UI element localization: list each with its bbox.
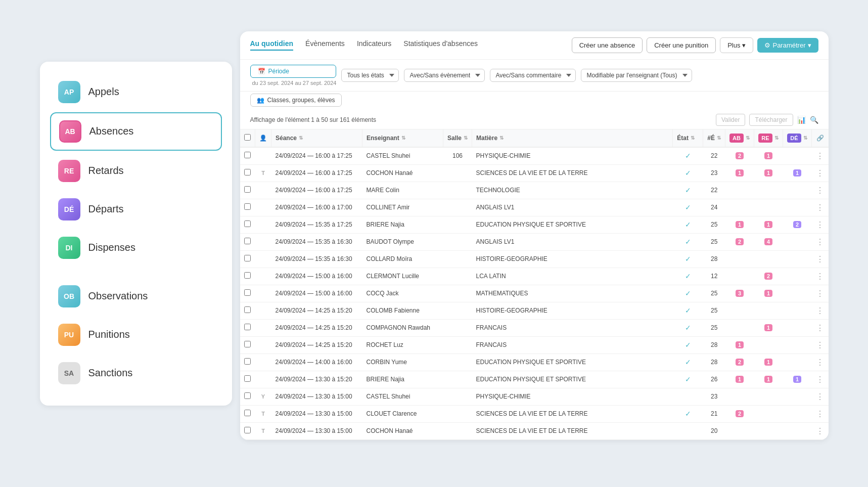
row-checkbox[interactable] <box>244 220 251 227</box>
ab-cell <box>725 422 754 439</box>
select-all-checkbox[interactable] <box>244 134 251 141</box>
row-checkbox[interactable] <box>244 203 251 210</box>
row-menu-button[interactable]: ⋮ <box>816 306 825 315</box>
row-checkbox[interactable] <box>244 169 251 175</box>
sidebar-item-observations[interactable]: OB Observations <box>50 278 222 315</box>
sidebar-item-retards[interactable]: RE Retards <box>50 153 222 189</box>
row-checkbox[interactable] <box>244 306 251 313</box>
row-menu-button[interactable]: ⋮ <box>816 358 825 367</box>
row-menu-cell: ⋮ <box>812 164 829 182</box>
re-value: 4 <box>764 238 772 245</box>
row-menu-button[interactable]: ⋮ <box>816 169 825 178</box>
row-checkbox[interactable] <box>244 255 251 261</box>
sort-arrows-icon: ⇅ <box>401 135 405 141</box>
valider-button[interactable]: Valider <box>716 114 745 126</box>
row-checkbox[interactable] <box>244 238 251 244</box>
row-checkbox[interactable] <box>244 186 251 193</box>
th-enseignant[interactable]: Enseignant ⇅ <box>362 129 443 147</box>
observations-label: Observations <box>88 290 148 302</box>
row-menu-button[interactable]: ⋮ <box>816 427 825 435</box>
row-menu-button[interactable]: ⋮ <box>816 392 825 401</box>
etat-cell: ✓ <box>673 285 703 302</box>
absences-table: 👤 Séance ⇅ Enseignant ⇅ <box>240 129 829 440</box>
table-row: 24/09/2024 — 14:25 à 15:20 COLOMB Fabien… <box>240 302 829 319</box>
row-checkbox[interactable] <box>244 427 251 433</box>
etat-check-icon: ✓ <box>685 203 691 211</box>
row-prefix-cell <box>255 353 271 371</box>
search-icon[interactable]: 🔍 <box>810 116 818 124</box>
parametrer-button[interactable]: ⚙ Paramétrer ▾ <box>757 38 818 53</box>
row-menu-button[interactable]: ⋮ <box>816 220 825 229</box>
th-ab[interactable]: AB ⇅ <box>725 129 754 147</box>
th-seance[interactable]: Séance ⇅ <box>271 129 362 147</box>
sanctions-label: Sanctions <box>88 367 133 379</box>
etat-check-icon: ✓ <box>685 375 691 383</box>
row-checkbox[interactable] <box>244 324 251 330</box>
salle-cell <box>443 233 472 250</box>
enseignant-cell: COLLARD Moïra <box>362 250 443 268</box>
de-cell <box>783 250 812 268</box>
ab-value: 1 <box>736 376 744 383</box>
row-checkbox-cell <box>240 371 255 388</box>
th-salle[interactable]: Salle ⇅ <box>443 129 472 147</box>
th-etat[interactable]: État ⇅ <box>673 129 703 147</box>
create-punition-button[interactable]: Créer une punition <box>647 37 716 53</box>
row-menu-button[interactable]: ⋮ <box>816 203 825 212</box>
row-checkbox[interactable] <box>244 375 251 382</box>
plus-button[interactable]: Plus ▾ <box>720 37 753 53</box>
sidebar-item-sanctions[interactable]: SA Sanctions <box>50 355 222 391</box>
re-cell <box>754 182 783 199</box>
row-menu-button[interactable]: ⋮ <box>816 289 825 298</box>
row-menu-button[interactable]: ⋮ <box>816 341 825 349</box>
row-checkbox[interactable] <box>244 272 251 279</box>
evenement-filter[interactable]: Avec/Sans évènement <box>404 69 485 82</box>
row-checkbox[interactable] <box>244 289 251 296</box>
telecharger-button[interactable]: Télécharger <box>749 114 793 126</box>
row-menu-cell: ⋮ <box>812 319 829 336</box>
row-checkbox[interactable] <box>244 152 251 158</box>
ab-cell <box>725 319 754 336</box>
excel-icon[interactable]: 📊 <box>797 116 806 124</box>
th-checkbox[interactable] <box>240 129 255 147</box>
etats-filter[interactable]: Tous les états <box>341 69 399 82</box>
th-nb[interactable]: #É ⇅ <box>703 129 725 147</box>
row-checkbox[interactable] <box>244 410 251 416</box>
row-checkbox-cell <box>240 319 255 336</box>
salle-cell <box>443 216 472 233</box>
sidebar-item-absences[interactable]: AB Absences <box>50 112 222 151</box>
row-menu-button[interactable]: ⋮ <box>816 186 825 195</box>
row-checkbox[interactable] <box>244 392 251 399</box>
row-menu-button[interactable]: ⋮ <box>816 255 825 263</box>
periode-button[interactable]: 📅 Période <box>250 65 337 78</box>
th-re[interactable]: RE ⇅ <box>754 129 783 147</box>
tab-evenements[interactable]: Évènements <box>305 39 345 51</box>
row-menu-button[interactable]: ⋮ <box>816 238 825 246</box>
row-checkbox[interactable] <box>244 358 251 365</box>
tab-statistiques[interactable]: Statistiques d'absences <box>403 39 478 51</box>
create-absence-button[interactable]: Créer une absence <box>572 37 643 53</box>
row-menu-button[interactable]: ⋮ <box>816 324 825 332</box>
re-value: 1 <box>764 324 772 331</box>
table-row: 24/09/2024 — 13:30 à 15:20 BRIERE Najia … <box>240 371 829 388</box>
row-checkbox[interactable] <box>244 341 251 347</box>
tab-indicateurs[interactable]: Indicateurs <box>357 39 391 51</box>
sidebar-item-dispenses[interactable]: DI Dispenses <box>50 230 222 266</box>
sidebar-item-appels[interactable]: AP Appels <box>50 74 222 110</box>
nb-cell: 25 <box>703 216 725 233</box>
row-checkbox-cell <box>240 147 255 165</box>
commentaire-filter[interactable]: Avec/Sans commentaire <box>490 69 576 82</box>
sidebar-item-punitions[interactable]: PU Punitions <box>50 317 222 353</box>
tab-quotidien[interactable]: Au quotidien <box>250 39 294 51</box>
table-row: T 24/09/2024 — 13:30 à 15:00 COCHON Hana… <box>240 422 829 439</box>
row-menu-button[interactable]: ⋮ <box>816 410 825 418</box>
classes-button[interactable]: 👥 Classes, groupes, élèves <box>250 94 342 107</box>
th-de[interactable]: DÉ ⇅ <box>783 129 812 147</box>
table-row: 24/09/2024 — 14:25 à 15:20 COMPAGNON Raw… <box>240 319 829 336</box>
modifiable-filter[interactable]: Modifiable par l'enseignant (Tous) <box>581 69 692 82</box>
row-menu-button[interactable]: ⋮ <box>816 272 825 281</box>
row-menu-button[interactable]: ⋮ <box>816 152 825 160</box>
th-matiere[interactable]: Matière ⇅ <box>472 129 673 147</box>
sidebar-item-departs[interactable]: DÉ Départs <box>50 191 222 228</box>
row-prefix-cell <box>255 250 271 268</box>
row-menu-button[interactable]: ⋮ <box>816 375 825 384</box>
